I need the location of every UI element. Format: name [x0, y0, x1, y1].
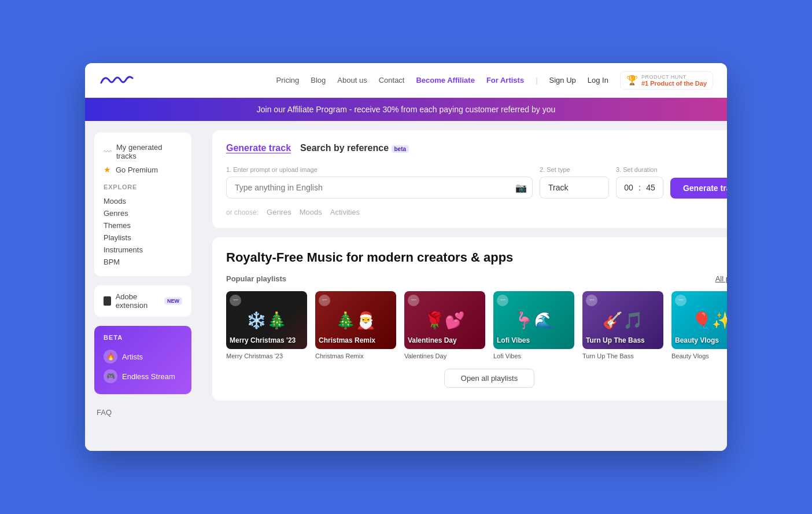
sidebar-my-tracks[interactable]: 〰 My generated tracks: [104, 141, 182, 163]
nav-affiliate[interactable]: Become Affiliate: [416, 76, 474, 85]
sidebar-instruments[interactable]: Instruments: [104, 244, 182, 256]
sidebar-playlists[interactable]: Playlists: [104, 232, 182, 244]
adobe-extension[interactable]: Adobe extension New: [104, 292, 182, 310]
choose-moods[interactable]: Moods: [300, 208, 322, 216]
open-all-playlists-button[interactable]: Open all playlists: [444, 369, 534, 388]
sidebar-go-premium[interactable]: ★ Go Premium: [104, 163, 182, 177]
sidebar-faq[interactable]: FAQ: [94, 403, 191, 417]
all-playlists-link[interactable]: All playlists: [715, 274, 727, 283]
playlist-thumb-label-3: Valentines Day: [408, 336, 482, 346]
generate-tabs: Generate track Search by reference beta: [226, 143, 409, 153]
popular-label: Popular playlists: [226, 274, 286, 283]
playlist-thumb-label-4: Lofi Vibes: [497, 336, 571, 346]
header-nav: Pricing Blog About us Contact Become Aff…: [276, 71, 713, 90]
playlist-thumb-label-2: Christmas Remix: [319, 336, 393, 346]
playlist-name-5: Turn Up The Bass: [582, 353, 663, 359]
playlist-card-valentines[interactable]: 🌹💕 〰 Valentines Day Valentines Day: [404, 291, 485, 359]
open-all-btn-wrap: Open all playlists: [226, 369, 727, 388]
duration-colon: :: [638, 183, 641, 192]
sidebar-adobe-card: Adobe extension New: [94, 285, 191, 317]
step2-label: 2. Set type: [540, 166, 609, 173]
generate-header: Generate track Search by reference beta …: [226, 142, 727, 155]
choose-activities[interactable]: Activities: [330, 208, 360, 216]
generate-track-button[interactable]: Generate track: [670, 178, 727, 199]
step3-label: 3. Set duration: [616, 166, 663, 173]
duration-sec: 45: [644, 183, 657, 192]
prompt-input[interactable]: [226, 177, 533, 199]
playlist-thumb-lofi: 🦩🌊 〰 Lofi Vibes: [493, 291, 574, 349]
nav-blog[interactable]: Blog: [311, 76, 326, 85]
playlist-thumb-valentines: 🌹💕 〰 Valentines Day: [404, 291, 485, 349]
nav-pricing[interactable]: Pricing: [276, 76, 300, 85]
logo[interactable]: [99, 72, 134, 89]
royalty-title: Royalty-Free Music for modern creators &…: [226, 250, 727, 265]
playlist-logo-4: 〰: [497, 295, 508, 306]
gamepad-icon: 🎮: [104, 369, 117, 383]
nav-about[interactable]: About us: [337, 76, 367, 85]
trophy-icon: 🏆: [626, 75, 638, 86]
beta-artists[interactable]: 🔥 Artists: [104, 347, 182, 366]
sidebar-bpm[interactable]: BPM: [104, 256, 182, 268]
fire-icon: 🔥: [104, 350, 117, 364]
or-choose-label: or choose:: [226, 208, 259, 216]
playlist-thumb-christmas23: ❄️🎄 〰 Merry Christmas '23: [226, 291, 307, 349]
beta-chip: beta: [392, 145, 409, 153]
playlist-thumb-bass: 🎸🎵 〰 Turn Up The Bass: [582, 291, 663, 349]
popular-header: Popular playlists All playlists: [226, 274, 727, 283]
ph-bottom-label: #1 Product of the Day: [641, 80, 707, 87]
playlist-name-1: Merry Christmas '23: [226, 353, 307, 359]
playlist-card-christmas-remix[interactable]: 🎄🎅 〰 Christmas Remix Christmas Remix: [315, 291, 396, 359]
step1-label: 1. Enter prompt or upload image: [226, 166, 533, 173]
playlist-card-lofi[interactable]: 🦩🌊 〰 Lofi Vibes Lofi Vibes: [493, 291, 574, 359]
adobe-label: Adobe extension: [116, 292, 160, 310]
type-select[interactable]: Track: [540, 177, 609, 199]
affiliate-banner[interactable]: Join our Affiliate Program - receive 30%…: [85, 98, 727, 121]
type-select-group: 2. Set type Track: [540, 166, 609, 199]
playlist-logo-2: 〰: [319, 295, 330, 306]
nav-for-artists[interactable]: For Artists: [486, 76, 524, 85]
sidebar: 〰 My generated tracks ★ Go Premium EXPLO…: [85, 121, 201, 451]
banner-text: Join our Affiliate Program - receive 30%…: [257, 105, 555, 114]
artists-label: Artists: [122, 353, 143, 361]
ph-top-label: PRODUCT HUNT: [641, 74, 707, 80]
inputs-row: 1. Enter prompt or upload image 📷 2. Set…: [226, 166, 727, 199]
playlist-thumb-label-6: Beauty Vlogs: [675, 336, 727, 346]
prompt-input-group: 1. Enter prompt or upload image 📷: [226, 166, 533, 199]
playlists-row: ❄️🎄 〰 Merry Christmas '23 Merry Christma…: [226, 291, 727, 359]
ph-text: PRODUCT HUNT #1 Product of the Day: [641, 74, 707, 87]
playlist-card-beauty[interactable]: 🎈✨ 〰 Beauty Vlogs Beauty Vlogs: [671, 291, 727, 359]
playlist-name-6: Beauty Vlogs: [671, 353, 727, 359]
playlist-thumb-label-5: Turn Up The Bass: [586, 336, 660, 346]
wave-icon: 〰: [104, 147, 112, 156]
producthunt-badge[interactable]: 🏆 PRODUCT HUNT #1 Product of the Day: [620, 71, 713, 90]
duration-min: 00: [622, 183, 635, 192]
app-container: Pricing Blog About us Contact Become Aff…: [85, 63, 727, 451]
sidebar-themes[interactable]: Themes: [104, 219, 182, 232]
playlist-thumb-beauty: 🎈✨ 〰 Beauty Vlogs: [671, 291, 727, 349]
camera-icon[interactable]: 📷: [515, 182, 527, 193]
sidebar-my-tracks-card: 〰 My generated tracks ★ Go Premium EXPLO…: [94, 133, 191, 276]
content-area: Generate track Search by reference beta …: [201, 121, 727, 451]
playlist-logo-1: 〰: [230, 295, 241, 306]
sidebar-moods[interactable]: Moods: [104, 195, 182, 207]
choose-genres[interactable]: Genres: [267, 208, 291, 216]
playlist-logo-3: 〰: [408, 295, 419, 306]
beta-endless-stream[interactable]: 🎮 Endless Stream: [104, 366, 182, 386]
generate-card: Generate track Search by reference beta …: [212, 130, 727, 228]
tab-generate-track[interactable]: Generate track: [226, 143, 291, 153]
playlist-card-bass[interactable]: 🎸🎵 〰 Turn Up The Bass Turn Up The Bass: [582, 291, 663, 359]
new-badge: New: [164, 298, 182, 304]
sidebar-genres[interactable]: Genres: [104, 207, 182, 219]
playlist-card-christmas23[interactable]: ❄️🎄 〰 Merry Christmas '23 Merry Christma…: [226, 291, 307, 359]
or-choose-row: or choose: Genres Moods Activities: [226, 208, 727, 216]
playlist-logo-5: 〰: [586, 295, 597, 306]
tab-search-reference[interactable]: Search by reference beta: [300, 143, 409, 153]
nav-contact[interactable]: Contact: [379, 76, 405, 85]
playlist-name-3: Valentines Day: [404, 353, 485, 359]
header: Pricing Blog About us Contact Become Aff…: [85, 63, 727, 98]
playlist-thumb-label-1: Merry Christmas '23: [230, 336, 304, 346]
duration-group: 3. Set duration 00 : 45: [616, 166, 663, 199]
login-button[interactable]: Log In: [588, 76, 608, 85]
signup-button[interactable]: Sign Up: [549, 76, 576, 85]
duration-box[interactable]: 00 : 45: [616, 177, 663, 199]
